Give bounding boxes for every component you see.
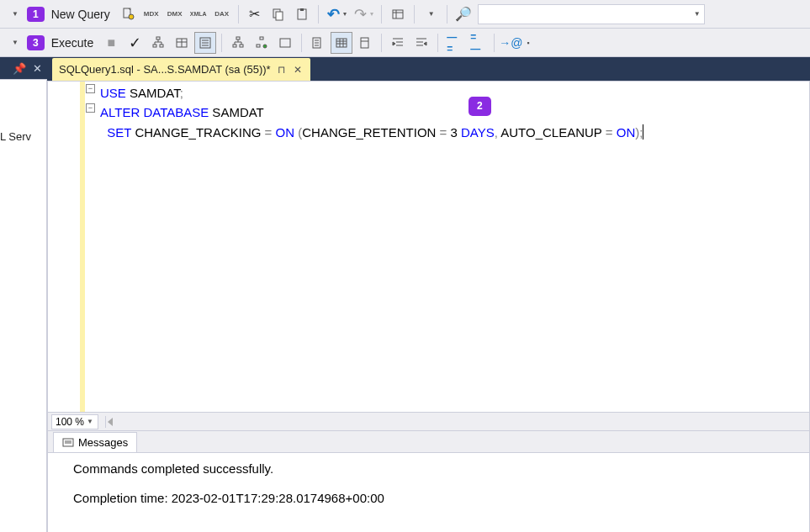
- file-icon: [120, 7, 135, 22]
- sql-keyword: DAYS: [461, 125, 495, 140]
- document-tab[interactable]: SQLQuery1.sql - SA...S.SAMDAT (sa (55))*…: [52, 58, 310, 81]
- messages-icon: [62, 437, 74, 449]
- uncomment-button[interactable]: =—: [467, 32, 489, 54]
- sql-punct: );: [635, 125, 643, 140]
- dmx-button[interactable]: DMX: [164, 3, 186, 25]
- separator: [494, 34, 495, 52]
- results-grid-button[interactable]: [331, 32, 352, 54]
- execute-label: Execute: [51, 36, 94, 50]
- specify-values-button[interactable]: →@: [500, 32, 521, 54]
- close-icon[interactable]: ✕: [292, 64, 304, 76]
- sql-keyword: USE: [100, 86, 126, 100]
- copy-button[interactable]: [267, 3, 289, 25]
- code-lines[interactable]: USE SAMDAT;ALTER DATABASE SAMDAT SET CHA…: [98, 82, 809, 412]
- sql-keyword: ON: [272, 125, 298, 140]
- results-file-button[interactable]: [354, 32, 376, 54]
- svg-rect-8: [153, 45, 156, 47]
- chevron-down-icon: ▼: [426, 10, 435, 18]
- panel-body[interactable]: L Serv: [0, 79, 47, 532]
- svg-rect-13: [233, 45, 236, 47]
- code-area[interactable]: − − USE SAMDAT;ALTER DATABASE SAMDAT SET…: [48, 82, 809, 412]
- actual-plan-button[interactable]: [227, 32, 249, 54]
- object-explorer-panel: 📌 ✕ L Serv: [0, 57, 47, 532]
- toolbar-sql: ▼ 3 Execute ■ ✓ —= =— →@ ▪: [0, 29, 810, 57]
- svg-point-1: [129, 14, 134, 19]
- message-success: Commands completed successfully.: [73, 461, 802, 476]
- comment-button[interactable]: —=: [443, 32, 465, 54]
- redo-button[interactable]: ↷▾: [351, 3, 376, 25]
- search-icon: 🔎: [456, 7, 471, 22]
- sql-ident: SAMDAT: [126, 86, 180, 100]
- toolbar-left-dropdown[interactable]: ▼: [3, 3, 25, 25]
- panel-header: 📌 ✕: [0, 57, 47, 79]
- svg-rect-3: [276, 12, 283, 20]
- svg-rect-21: [361, 38, 368, 48]
- svg-rect-15: [260, 37, 263, 40]
- dax-icon: DAX: [214, 7, 230, 22]
- close-icon[interactable]: ✕: [33, 62, 42, 75]
- pin-icon[interactable]: 📌: [13, 62, 26, 75]
- intellisense-button[interactable]: [194, 32, 216, 54]
- plan-button[interactable]: [387, 3, 409, 25]
- stop-button[interactable]: ■: [100, 32, 122, 54]
- fold-toggle[interactable]: −: [86, 103, 95, 113]
- sql-keyword: ON: [613, 125, 636, 140]
- sql-ident: CHANGE_TRACKING: [131, 125, 264, 140]
- new-query-button[interactable]: New Query: [50, 3, 115, 25]
- uncomment-icon: =—: [470, 35, 485, 50]
- svg-rect-6: [393, 10, 403, 18]
- redo-icon: ↷: [353, 7, 368, 22]
- more-button[interactable]: ▼: [420, 3, 442, 25]
- paste-icon: [294, 7, 310, 22]
- xmla-button[interactable]: XMLA: [188, 3, 209, 25]
- search-input[interactable]: [479, 8, 691, 20]
- separator: [381, 5, 382, 24]
- undo-button[interactable]: ↶▾: [324, 3, 349, 25]
- stop-icon: ■: [103, 35, 119, 50]
- cut-button[interactable]: ✂: [244, 3, 266, 25]
- svg-rect-9: [160, 45, 163, 47]
- messages-tab[interactable]: Messages: [53, 432, 137, 452]
- stats-icon: [254, 35, 269, 50]
- horizontal-scrollbar[interactable]: [105, 416, 806, 428]
- results-tab-strip: Messages: [48, 430, 809, 452]
- outdent-button[interactable]: [410, 32, 432, 54]
- client-stats-icon: [278, 35, 293, 50]
- sql-punct: ;: [180, 86, 183, 100]
- tree2-icon: [230, 35, 246, 50]
- xmla-icon: XMLA: [191, 7, 206, 22]
- indent-button[interactable]: [387, 32, 409, 54]
- text-icon: [310, 35, 326, 50]
- client-stats-button[interactable]: [274, 32, 296, 54]
- fold-column: − −: [85, 82, 98, 412]
- paste-button[interactable]: [291, 3, 313, 25]
- editor-area: SQLQuery1.sql - SA...S.SAMDAT (sa (55))*…: [47, 57, 810, 532]
- chevron-down-icon: ▾: [341, 10, 347, 18]
- query-options-button[interactable]: [171, 32, 193, 54]
- pin-icon[interactable]: ⊓: [276, 64, 287, 76]
- fold-toggle[interactable]: −: [86, 84, 95, 93]
- execute-button[interactable]: Execute: [50, 32, 99, 54]
- mdx-button[interactable]: MDX: [140, 3, 162, 25]
- sql-keyword: DATABASE: [140, 105, 209, 119]
- parse-button[interactable]: ✓: [124, 32, 146, 54]
- text-cursor: [643, 124, 643, 140]
- dax-button[interactable]: DAX: [211, 3, 233, 25]
- svg-rect-17: [257, 45, 260, 47]
- list-icon: [198, 35, 213, 50]
- new-file-button[interactable]: [117, 3, 139, 25]
- toolbar2-left-dropdown[interactable]: ▼: [3, 32, 25, 54]
- results-text-button[interactable]: [307, 32, 329, 54]
- scissors-icon: ✂: [247, 7, 262, 22]
- zoom-dropdown[interactable]: 100 % ▼: [51, 414, 98, 429]
- outdent-icon: [414, 35, 429, 50]
- svg-rect-18: [280, 39, 290, 47]
- messages-pane[interactable]: Commands completed successfully. Complet…: [48, 452, 809, 532]
- toolbar-main: ▼ 1 New Query MDX DMX XMLA DAX ✂ ↶▾ ↷▾ ▼…: [0, 0, 810, 29]
- search-box[interactable]: ▼: [478, 4, 705, 24]
- annotation-badge-2: 2: [469, 97, 491, 116]
- estimated-plan-button[interactable]: [147, 32, 169, 54]
- sql-keyword: SET: [107, 125, 131, 140]
- find-button[interactable]: 🔎: [453, 3, 474, 25]
- live-stats-button[interactable]: [251, 32, 273, 54]
